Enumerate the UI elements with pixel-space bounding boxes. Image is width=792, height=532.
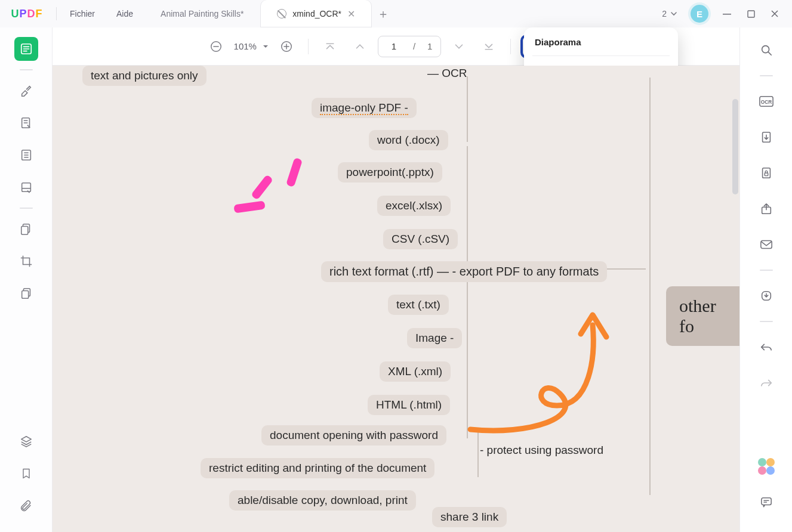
svg-rect-16	[485, 49, 493, 50]
close-icon[interactable]: ✕	[347, 8, 355, 20]
mindmap-node: text (.txt)	[388, 295, 449, 315]
separator	[308, 39, 309, 54]
no-edit-icon	[277, 9, 286, 18]
svg-rect-28	[760, 241, 771, 249]
next-page-button[interactable]	[447, 35, 471, 58]
tab-inactive[interactable]: Animal Painting Skills*	[144, 0, 260, 27]
svg-rect-0	[723, 14, 731, 15]
document-canvas[interactable]: text and pictures only — OCR image-only …	[53, 66, 739, 532]
last-page-button[interactable]	[477, 35, 501, 58]
window-close[interactable]	[769, 10, 780, 18]
redo-icon[interactable]	[756, 372, 777, 394]
count-value: 2	[662, 9, 667, 18]
svg-rect-9	[21, 290, 28, 298]
svg-rect-11	[213, 46, 218, 47]
tab-label: xmind_OCR*	[292, 9, 341, 18]
mindmap-node: Image -	[407, 328, 462, 348]
scrollbar-thumb[interactable]	[732, 99, 738, 194]
first-page-button[interactable]	[318, 35, 342, 58]
window-count[interactable]: 2	[662, 9, 677, 18]
mindmap-node: - protect using password	[480, 444, 603, 457]
mail-icon[interactable]	[756, 234, 777, 255]
prev-page-button[interactable]	[348, 35, 372, 58]
svg-rect-30	[761, 498, 771, 505]
mindmap-node: restrict editing and printing of the doc…	[201, 458, 434, 478]
page-current-input[interactable]	[381, 41, 407, 51]
mindmap-node: CSV (.cSV)	[383, 229, 458, 249]
svg-text:OCR: OCR	[760, 99, 771, 105]
mindmap-node: image-only PDF -	[312, 98, 417, 118]
zoom-display[interactable]: 101%	[234, 41, 269, 51]
separator	[760, 75, 773, 76]
mindmap-node: powerpoint(.pptx)	[338, 162, 442, 183]
right-sidebar: OCR	[739, 27, 792, 532]
annotation-stroke	[286, 157, 303, 187]
layers-icon[interactable]	[14, 429, 38, 453]
page-indicator: / 1	[378, 36, 442, 57]
svg-rect-1	[748, 11, 754, 17]
mindmap-node: document opening with password	[261, 425, 446, 446]
svg-rect-7	[21, 226, 27, 234]
tab-active[interactable]: xmind_OCR* ✕	[260, 0, 372, 27]
mindmap-node: able/disable copy, download, print	[229, 490, 416, 511]
search-icon[interactable]	[756, 39, 777, 61]
save-icon[interactable]	[756, 285, 777, 307]
vertical-scrollbar[interactable]	[731, 69, 739, 528]
highlighter-icon[interactable]	[14, 79, 38, 103]
tab-label: Animal Painting Skills*	[161, 9, 244, 18]
form-icon[interactable]	[14, 175, 38, 199]
connector	[649, 78, 651, 495]
comments-icon[interactable]	[756, 491, 777, 513]
attachment-icon[interactable]	[14, 494, 38, 518]
bookmark-icon[interactable]	[14, 462, 38, 485]
page-sep: /	[407, 41, 421, 51]
separator	[532, 55, 670, 56]
mindmap-text: — OCR	[427, 67, 467, 80]
zoom-value: 101%	[234, 41, 257, 51]
separator	[760, 270, 773, 271]
mindmap-node: XML (.xml)	[380, 361, 451, 382]
separator	[56, 7, 57, 20]
toolbar: 101% / 1 Diaporama	[53, 27, 739, 66]
ocr-icon[interactable]: OCR	[756, 91, 777, 112]
separator	[760, 321, 773, 322]
crop-icon[interactable]	[14, 249, 38, 273]
svg-rect-5	[21, 183, 30, 192]
mindmap-root: other fo	[666, 286, 739, 346]
annotation-stroke	[233, 200, 265, 213]
separator	[20, 208, 33, 209]
svg-rect-15	[326, 43, 334, 44]
separator	[510, 39, 511, 54]
connector	[467, 76, 468, 142]
zoom-out-button[interactable]	[204, 35, 228, 58]
reader-icon[interactable]	[14, 37, 38, 61]
app-logo: UPDF	[0, 8, 54, 20]
mindmap-node: excel(.xlsx)	[377, 196, 451, 216]
undo-icon[interactable]	[756, 336, 777, 358]
avatar[interactable]: E	[691, 5, 708, 23]
edit-text-icon[interactable]	[14, 111, 38, 135]
copy-pages-icon[interactable]	[14, 217, 38, 241]
menu-file[interactable]: Fichier	[59, 9, 106, 18]
zoom-in-button[interactable]	[275, 35, 298, 58]
ai-flower-icon[interactable]	[756, 456, 777, 477]
tab-add-button[interactable]: ＋	[372, 0, 395, 27]
page-total: 1	[421, 41, 438, 51]
chevron-down-icon	[670, 10, 677, 17]
mindmap-node: text and pictures only	[82, 66, 207, 86]
dup-pages-icon[interactable]	[14, 282, 38, 305]
pages-icon[interactable]	[14, 143, 38, 167]
share-icon[interactable]	[756, 198, 777, 219]
window-minimize[interactable]	[722, 10, 732, 18]
protect-icon[interactable]	[756, 162, 777, 184]
mindmap-node: rich text format (.rtf) — - export PDF t…	[321, 261, 607, 282]
window-maximize[interactable]	[745, 10, 756, 18]
svg-point-21	[762, 46, 769, 53]
svg-rect-14	[286, 44, 286, 49]
convert-icon[interactable]	[756, 126, 777, 148]
node-text: image-only PDF -	[320, 101, 408, 115]
svg-rect-26	[765, 173, 768, 176]
dropdown-triangle-icon	[263, 44, 269, 50]
menu-help[interactable]: Aide	[106, 9, 144, 18]
separator	[20, 69, 33, 70]
